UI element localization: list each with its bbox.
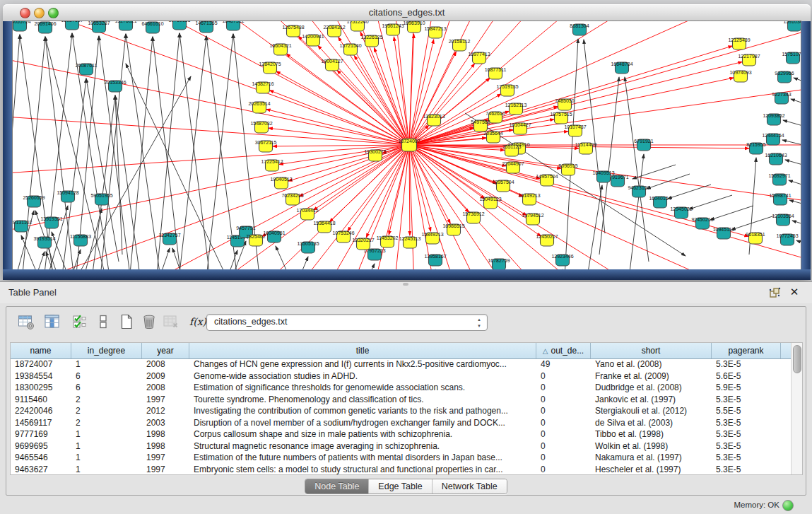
citation-edge-black[interactable]: [792, 221, 801, 233]
table-cell[interactable]: Corpus callosum shape and size in male p…: [189, 428, 536, 440]
table-cell[interactable]: 5.3E-5: [712, 417, 781, 429]
table-cell[interactable]: Stergiakouli et al. (2012): [591, 405, 712, 417]
table-cell[interactable]: 6: [71, 382, 142, 394]
citation-edge-black[interactable]: [791, 99, 801, 113]
table-cell[interactable]: 1997: [142, 464, 189, 476]
table-cell[interactable]: 18300295: [11, 382, 71, 394]
table-cell[interactable]: 0: [536, 382, 591, 394]
citation-edge-black[interactable]: [782, 140, 801, 152]
citation-edge-red[interactable]: [409, 64, 475, 145]
citation-edge-black[interactable]: [276, 246, 298, 269]
citation-edge-black[interactable]: [27, 252, 45, 269]
table-cell[interactable]: 1998: [142, 428, 189, 440]
table-cell[interactable]: Hescheler et al. (1997): [591, 464, 712, 476]
citation-edge-black[interactable]: [647, 174, 690, 189]
table-row[interactable]: 1830029562008Estimation of significance …: [11, 382, 792, 394]
table-cell[interactable]: 5.6E-5: [712, 370, 781, 382]
citation-edge-black[interactable]: [668, 185, 711, 199]
table-cell[interactable]: 1997: [142, 394, 189, 406]
table-row[interactable]: 1456911722003Disruption of a novel membe…: [11, 417, 792, 429]
row-height-button[interactable]: [93, 312, 113, 332]
table-cell[interactable]: 1: [71, 358, 142, 370]
table-cell[interactable]: Investigating the contribution of common…: [189, 405, 536, 417]
table-cell[interactable]: 0: [536, 394, 591, 406]
table-cell[interactable]: 9465546: [11, 452, 71, 464]
citation-edge-black[interactable]: [151, 248, 170, 269]
citation-edge-red[interactable]: [266, 109, 409, 145]
table-cell[interactable]: Disruption of a novel member of a sodium…: [189, 417, 536, 429]
table-cell[interactable]: Embryonic stem cells: a model to study s…: [189, 464, 536, 476]
citation-edge-black[interactable]: [218, 250, 237, 269]
table-cell[interactable]: 2009: [142, 370, 189, 382]
column-header-title[interactable]: title: [189, 343, 536, 358]
table-cell[interactable]: 5.5E-5: [712, 405, 781, 417]
citation-edge-black[interactable]: [789, 180, 801, 194]
table-cell[interactable]: 9463627: [11, 464, 71, 476]
table-cell[interactable]: 14569117: [11, 417, 71, 429]
citation-edge-red[interactable]: [409, 145, 561, 168]
citation-edge-red[interactable]: [360, 32, 409, 145]
selection-mode-button[interactable]: [70, 312, 90, 332]
table-cell[interactable]: 5.3E-5: [712, 452, 781, 464]
table-cell[interactable]: Jankovic et al. (1997): [591, 394, 712, 406]
table-cell[interactable]: 2012: [142, 405, 189, 417]
table-cell[interactable]: 2: [71, 394, 142, 406]
table-cell[interactable]: 5.3E-5: [712, 464, 781, 476]
table-row[interactable]: 946554611997Estimation of the future num…: [11, 452, 792, 464]
table-cell[interactable]: 5.3E-5: [712, 394, 781, 406]
column-header-pagerank[interactable]: pagerank: [712, 343, 781, 358]
column-visibility-button[interactable]: [42, 312, 62, 332]
table-cell[interactable]: Dudbridge et al. (2008): [591, 382, 712, 394]
citation-edge-red[interactable]: [276, 71, 409, 145]
table-cell[interactable]: 5.3E-5: [712, 428, 781, 440]
table-cell[interactable]: de Silva et al. (2003): [591, 417, 712, 429]
citation-edge-black[interactable]: [783, 120, 801, 134]
table-row[interactable]: 969969511998Structural magnetic resonanc…: [11, 440, 792, 452]
table-cell[interactable]: 1: [71, 452, 142, 464]
table-cell[interactable]: 0: [536, 440, 591, 452]
table-cell[interactable]: 0: [536, 417, 591, 429]
table-row[interactable]: 946362711997Embryonic stem cells: a mode…: [11, 464, 792, 476]
network-graph[interactable]: 1405572420691406160876171065328715276021…: [13, 21, 801, 269]
table-cell[interactable]: 0: [536, 405, 591, 417]
panel-resize-grip[interactable]: [403, 283, 408, 286]
citation-edge-black[interactable]: [20, 35, 55, 269]
table-cell[interactable]: 0: [536, 370, 591, 382]
table-cell[interactable]: 2: [71, 405, 142, 417]
column-header-name[interactable]: name: [11, 343, 71, 358]
table-cell[interactable]: Tibbo et al. (1998): [591, 428, 712, 440]
table-cell[interactable]: 9777169: [11, 428, 71, 440]
citation-edge-black[interactable]: [625, 77, 649, 262]
table-cell[interactable]: 2003: [142, 417, 189, 429]
table-cell[interactable]: 2: [71, 417, 142, 429]
table-cell[interactable]: 9699695: [11, 440, 71, 452]
table-row[interactable]: 977716911998Corpus callosum shape and si…: [11, 428, 792, 440]
citation-edge-black[interactable]: [355, 264, 375, 269]
column-header-in_degree[interactable]: in_degree: [71, 343, 142, 358]
citation-edge-black[interactable]: [126, 34, 161, 269]
network-view-canvas[interactable]: 1405572420691406160876171065328715276021…: [13, 21, 801, 269]
table-cell[interactable]: 5.3E-5: [712, 440, 781, 452]
table-cell[interactable]: 18724007: [11, 358, 71, 370]
table-cell[interactable]: 0: [536, 464, 591, 476]
table-cell[interactable]: 1: [71, 428, 142, 440]
new-table-button[interactable]: [117, 312, 136, 332]
table-cell[interactable]: Yano et al. (2008): [591, 358, 712, 370]
table-cell[interactable]: 2008: [142, 358, 189, 370]
table-cell[interactable]: Estimation of the future numbers of pati…: [189, 452, 536, 464]
table-cell[interactable]: 1997: [142, 452, 189, 464]
citation-edge-black[interactable]: [689, 195, 732, 209]
citation-edge-red[interactable]: [409, 52, 457, 145]
column-header-year[interactable]: year: [142, 343, 189, 358]
table-cell[interactable]: 19384554: [11, 370, 71, 382]
citation-edge-black[interactable]: [710, 206, 753, 220]
table-cell[interactable]: Changes of HCN gene expression and I(f) …: [189, 358, 536, 370]
table-cell[interactable]: 5.9E-5: [712, 382, 781, 394]
table-cell[interactable]: 9115460: [11, 394, 71, 406]
tab-node-table[interactable]: Node Table: [305, 479, 368, 493]
table-cell[interactable]: 6: [71, 370, 142, 382]
table-cell[interactable]: Nakamura et al. (1997): [591, 452, 712, 464]
citation-edge-black[interactable]: [785, 160, 801, 173]
table-selector-dropdown[interactable]: citations_edges.txt ▲▼: [206, 314, 488, 331]
table-cell[interactable]: 2008: [142, 382, 189, 394]
